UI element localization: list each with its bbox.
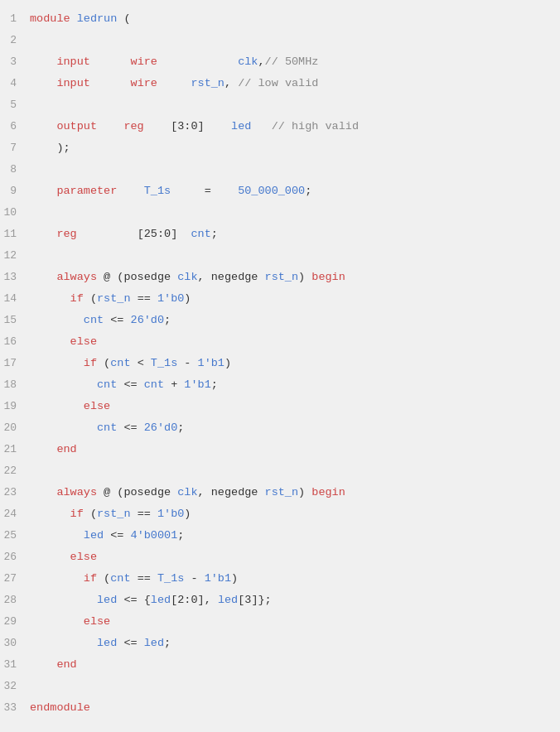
code-line: 14 if (rst_n == 1'b0) (0, 288, 560, 310)
line-number: 5 (0, 94, 30, 116)
code-line: 29 else (0, 611, 560, 633)
line-number: 3 (0, 51, 30, 73)
line-content: cnt <= 26'd0; (30, 417, 560, 439)
line-number: 21 (0, 439, 30, 460)
line-number: 8 (0, 159, 30, 181)
line-content: parameter T_1s = 50_000_000; (30, 181, 560, 202)
line-number: 2 (0, 30, 30, 51)
line-number: 19 (0, 396, 30, 417)
code-line: 15 cnt <= 26'd0; (0, 310, 560, 331)
code-line: 9 parameter T_1s = 50_000_000; (0, 181, 560, 202)
line-number: 28 (0, 590, 30, 611)
code-line: 4 input wire rst_n, // low valid (0, 73, 560, 94)
code-line: 17 if (cnt < T_1s - 1'b1) (0, 353, 560, 374)
code-line: 16 else (0, 331, 560, 353)
code-line: 11 reg [25:0] cnt; (0, 224, 560, 245)
code-line: 18 cnt <= cnt + 1'b1; (0, 374, 560, 396)
code-line: 24 if (rst_n == 1'b0) (0, 503, 560, 525)
line-content: end (30, 654, 560, 676)
line-content: module ledrun ( (30, 8, 560, 30)
line-number: 10 (0, 202, 30, 224)
line-number: 27 (0, 568, 30, 590)
code-line: 6 output reg [3:0] led // high valid (0, 116, 560, 137)
line-number: 33 (0, 697, 30, 719)
code-line: 32 (0, 676, 560, 697)
code-line: 19 else (0, 396, 560, 417)
line-number: 7 (0, 137, 30, 159)
line-number: 14 (0, 288, 30, 310)
code-line: 20 cnt <= 26'd0; (0, 417, 560, 439)
code-line: 5 (0, 94, 560, 116)
line-content: else (30, 396, 560, 417)
code-line: 28 led <= {led[2:0], led[3]}; (0, 590, 560, 611)
line-number: 1 (0, 8, 30, 30)
line-content: endmodule (30, 697, 560, 719)
line-content: always @ (posedge clk, negedge rst_n) be… (30, 267, 560, 288)
code-line: 1module ledrun ( (0, 8, 560, 30)
line-number: 26 (0, 547, 30, 568)
line-content: ); (30, 137, 560, 159)
line-number: 31 (0, 654, 30, 676)
line-number: 16 (0, 331, 30, 353)
code-line: 23 always @ (posedge clk, negedge rst_n)… (0, 482, 560, 503)
line-content: if (rst_n == 1'b0) (30, 288, 560, 310)
code-line: 25 led <= 4'b0001; (0, 525, 560, 547)
code-line: 13 always @ (posedge clk, negedge rst_n)… (0, 267, 560, 288)
line-content: led <= led; (30, 633, 560, 654)
line-number: 15 (0, 310, 30, 331)
line-number: 11 (0, 224, 30, 245)
line-number: 13 (0, 267, 30, 288)
code-line: 27 if (cnt == T_1s - 1'b1) (0, 568, 560, 590)
line-content: else (30, 331, 560, 353)
code-line: 31 end (0, 654, 560, 676)
line-number: 12 (0, 245, 30, 267)
code-editor: 1module ledrun (23 input wire clk,// 50M… (0, 0, 560, 732)
line-number: 9 (0, 181, 30, 202)
code-line: 22 (0, 460, 560, 482)
code-line: 30 led <= led; (0, 633, 560, 654)
line-content: cnt <= 26'd0; (30, 310, 560, 331)
code-line: 26 else (0, 547, 560, 568)
line-content: cnt <= cnt + 1'b1; (30, 374, 560, 396)
line-number: 22 (0, 460, 30, 482)
code-line: 3 input wire clk,// 50MHz (0, 51, 560, 73)
code-line: 7 ); (0, 137, 560, 159)
line-number: 24 (0, 503, 30, 525)
line-number: 30 (0, 633, 30, 654)
line-number: 29 (0, 611, 30, 633)
line-content: input wire clk,// 50MHz (30, 51, 560, 73)
line-content: led <= 4'b0001; (30, 525, 560, 547)
code-line: 8 (0, 159, 560, 181)
line-number: 25 (0, 525, 30, 547)
line-number: 17 (0, 353, 30, 374)
line-content: if (cnt < T_1s - 1'b1) (30, 353, 560, 374)
code-line: 10 (0, 202, 560, 224)
line-number: 6 (0, 116, 30, 137)
line-content: led <= {led[2:0], led[3]}; (30, 590, 560, 611)
line-content: if (cnt == T_1s - 1'b1) (30, 568, 560, 590)
line-content: always @ (posedge clk, negedge rst_n) be… (30, 482, 560, 503)
code-line: 2 (0, 30, 560, 51)
code-line: 21 end (0, 439, 560, 460)
line-content: end (30, 439, 560, 460)
line-number: 20 (0, 417, 30, 439)
line-number: 32 (0, 676, 30, 697)
line-number: 4 (0, 73, 30, 94)
line-number: 23 (0, 482, 30, 503)
code-line: 33endmodule (0, 697, 560, 719)
code-line: 12 (0, 245, 560, 267)
line-number: 18 (0, 374, 30, 396)
line-content: reg [25:0] cnt; (30, 224, 560, 245)
line-content: if (rst_n == 1'b0) (30, 503, 560, 525)
line-content: else (30, 611, 560, 633)
line-content: input wire rst_n, // low valid (30, 73, 560, 94)
line-content: output reg [3:0] led // high valid (30, 116, 560, 137)
line-content: else (30, 547, 560, 568)
